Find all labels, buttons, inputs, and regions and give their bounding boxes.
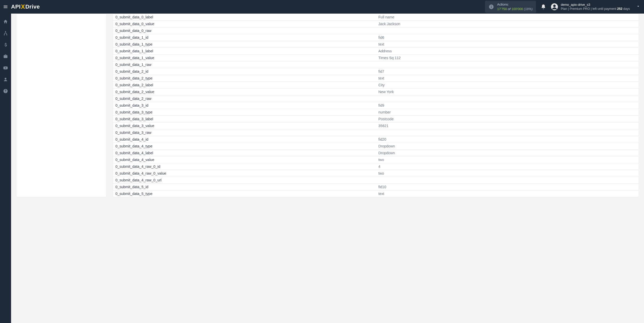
- data-key: 0_submit_data_5_type: [113, 190, 376, 197]
- table-row: 0_submit_data_3_idfid9: [113, 102, 639, 109]
- left-panel-card: [16, 14, 107, 197]
- brand-logo[interactable]: API X Drive: [11, 3, 40, 10]
- info-icon: [489, 4, 494, 10]
- data-value: Dropdown: [376, 143, 639, 150]
- table-row: 0_submit_data_2_typetext: [113, 75, 639, 82]
- table-row: 0_submit_data_2_raw: [113, 95, 639, 102]
- data-key: 0_submit_data_1_id: [113, 34, 376, 41]
- sidebar-item-home[interactable]: [3, 19, 9, 25]
- sidebar-item-connections[interactable]: [3, 30, 9, 36]
- days-num: 252: [617, 7, 622, 11]
- dollar-icon: [3, 42, 8, 47]
- table-row: 0_submit_data_3_value35621: [113, 123, 639, 129]
- actions-label: Actions:: [497, 2, 533, 7]
- data-value: fid7: [376, 68, 639, 75]
- sidebar-item-toolbox[interactable]: [3, 53, 9, 59]
- table-row: 0_submit_data_2_labelCity: [113, 82, 639, 89]
- table-row: 0_submit_data_1_labelAddress: [113, 48, 639, 55]
- menu-toggle-button[interactable]: [3, 4, 9, 10]
- table-row: 0_submit_data_5_typetext: [113, 190, 639, 197]
- data-key: 0_submit_data_2_type: [113, 75, 376, 82]
- table-row: 0_submit_data_3_labelPostcode: [113, 116, 639, 123]
- plan-line: Plan | Premium PRO | left until payment …: [561, 7, 630, 11]
- sidebar-item-account[interactable]: [3, 76, 9, 83]
- data-key: 0_submit_data_2_id: [113, 68, 376, 75]
- data-value: [376, 95, 639, 102]
- notifications-icon[interactable]: [541, 4, 546, 10]
- data-key: 0_submit_data_1_type: [113, 41, 376, 48]
- data-key: 0_submit_data_3_raw: [113, 129, 376, 136]
- data-key: 0_submit_data_4_raw_0_url: [113, 177, 376, 184]
- data-value: 35621: [376, 123, 639, 129]
- data-value: [376, 177, 639, 184]
- data-value: Address: [376, 48, 639, 55]
- data-key: 0_submit_data_1_raw: [113, 61, 376, 68]
- data-key: 0_submit_data_4_raw_0_value: [113, 170, 376, 177]
- table-row: 0_submit_data_0_labelFull name: [113, 14, 639, 21]
- data-key: 0_submit_data_2_label: [113, 82, 376, 89]
- youtube-icon: [3, 65, 8, 70]
- logo-api: API: [11, 4, 21, 10]
- data-value: 4: [376, 163, 639, 170]
- logo-x: X: [21, 3, 25, 10]
- data-key: 0_submit_data_2_raw: [113, 95, 376, 102]
- table-row: 0_submit_data_2_valueNew York: [113, 89, 639, 95]
- hamburger-icon: [3, 4, 8, 9]
- actions-usage-box[interactable]: Actions: 17'750 of 100'000 (18%): [485, 1, 536, 13]
- data-key: 0_submit_data_1_value: [113, 55, 376, 61]
- sidebar-item-tutorials[interactable]: [3, 65, 9, 71]
- plan-sep: | left until payment: [591, 7, 616, 11]
- data-key: 0_submit_data_4_raw_0_id: [113, 163, 376, 170]
- data-key: 0_submit_data_0_label: [113, 14, 376, 21]
- avatar-icon: [551, 3, 558, 11]
- data-value: Postcode: [376, 116, 639, 123]
- data-value: [376, 61, 639, 68]
- data-key: 0_submit_data_1_label: [113, 48, 376, 55]
- table-row: 0_submit_data_4_typeDropdown: [113, 143, 639, 150]
- sidebar-nav: [0, 14, 11, 323]
- data-value: Jack Jackson: [376, 21, 639, 27]
- data-key: 0_submit_data_4_id: [113, 136, 376, 143]
- table-row: 0_submit_data_1_valueTimes Sq 112: [113, 55, 639, 61]
- data-key: 0_submit_data_4_value: [113, 156, 376, 163]
- data-key: 0_submit_data_3_id: [113, 102, 376, 109]
- header-bar: API X Drive Actions: 17'750 of 100'000 (…: [0, 0, 644, 14]
- actions-of: of: [508, 7, 511, 11]
- logo-drive: Drive: [25, 4, 40, 10]
- data-key: 0_submit_data_3_type: [113, 109, 376, 116]
- data-key: 0_submit_data_5_id: [113, 184, 376, 190]
- actions-used: 17'750: [497, 7, 507, 11]
- actions-usage-text: Actions: 17'750 of 100'000 (18%): [497, 2, 533, 11]
- svg-rect-1: [491, 6, 492, 8]
- help-icon: [3, 89, 8, 94]
- data-key: 0_submit_data_3_value: [113, 123, 376, 129]
- sitemap-icon: [3, 31, 8, 36]
- actions-pct: (18%): [524, 7, 533, 11]
- sidebar-item-help[interactable]: [3, 88, 9, 94]
- data-value: City: [376, 82, 639, 89]
- data-preview-card: 0_submit_data_0_labelFull name0_submit_d…: [113, 14, 639, 197]
- user-menu[interactable]: demo_apix-drive_s3 Plan | Premium PRO | …: [551, 3, 630, 11]
- home-icon: [3, 19, 8, 24]
- data-value: Dropdown: [376, 150, 639, 156]
- chevron-down-icon: [636, 4, 640, 9]
- table-row: 0_submit_data_5_idfid10: [113, 184, 639, 190]
- data-value: fid6: [376, 34, 639, 41]
- plan-prefix: Plan |: [561, 7, 569, 11]
- table-row: 0_submit_data_2_idfid7: [113, 68, 639, 75]
- data-value: text: [376, 190, 639, 197]
- data-key: 0_submit_data_4_label: [113, 150, 376, 156]
- sidebar-item-billing[interactable]: [3, 42, 9, 48]
- svg-point-5: [5, 78, 7, 79]
- table-row: 0_submit_data_3_typenumber: [113, 109, 639, 116]
- data-value: Full name: [376, 14, 639, 21]
- svg-rect-2: [491, 6, 492, 6]
- data-value: [376, 27, 639, 34]
- days-label: days: [623, 7, 630, 11]
- table-row: 0_submit_data_1_idfid6: [113, 34, 639, 41]
- data-value: fid20: [376, 136, 639, 143]
- table-row: 0_submit_data_4_valuetwo: [113, 156, 639, 163]
- data-value: two: [376, 156, 639, 163]
- header-expand-button[interactable]: [636, 4, 640, 10]
- data-value: fid9: [376, 102, 639, 109]
